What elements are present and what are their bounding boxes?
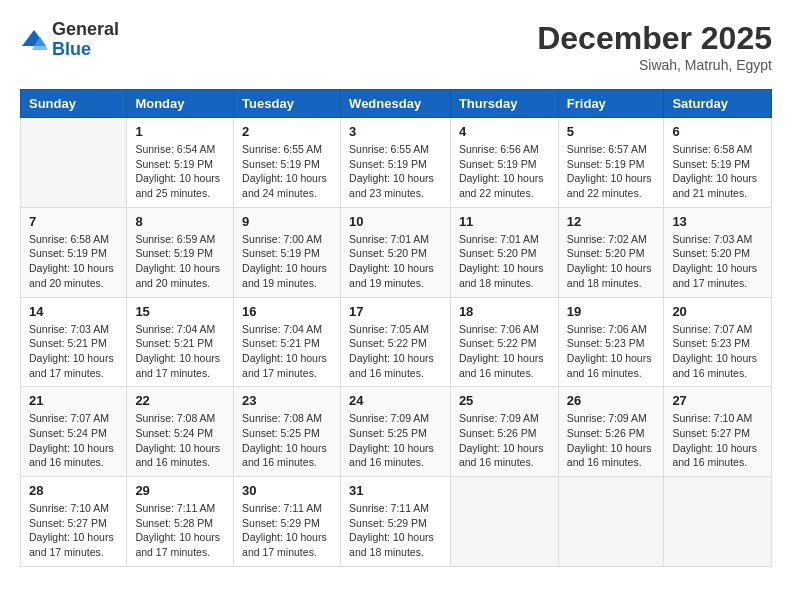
- calendar-cell: 2Sunrise: 6:55 AM Sunset: 5:19 PM Daylig…: [234, 118, 341, 208]
- calendar-cell: 26Sunrise: 7:09 AM Sunset: 5:26 PM Dayli…: [558, 387, 664, 477]
- day-info: Sunrise: 7:05 AM Sunset: 5:22 PM Dayligh…: [349, 322, 442, 381]
- day-number: 22: [135, 393, 225, 408]
- calendar-cell: 13Sunrise: 7:03 AM Sunset: 5:20 PM Dayli…: [664, 207, 772, 297]
- day-number: 7: [29, 214, 118, 229]
- day-number: 14: [29, 304, 118, 319]
- day-number: 1: [135, 124, 225, 139]
- day-number: 17: [349, 304, 442, 319]
- day-number: 25: [459, 393, 550, 408]
- day-number: 31: [349, 483, 442, 498]
- page-header: General Blue December 2025 Siwah, Matruh…: [20, 20, 772, 73]
- day-number: 28: [29, 483, 118, 498]
- weekday-header: Sunday: [21, 90, 127, 118]
- day-info: Sunrise: 7:11 AM Sunset: 5:29 PM Dayligh…: [349, 501, 442, 560]
- calendar-cell: 16Sunrise: 7:04 AM Sunset: 5:21 PM Dayli…: [234, 297, 341, 387]
- calendar-body: 1Sunrise: 6:54 AM Sunset: 5:19 PM Daylig…: [21, 118, 772, 567]
- calendar-cell: 10Sunrise: 7:01 AM Sunset: 5:20 PM Dayli…: [341, 207, 451, 297]
- logo-general-text: General: [52, 20, 119, 40]
- day-info: Sunrise: 7:09 AM Sunset: 5:26 PM Dayligh…: [459, 411, 550, 470]
- day-number: 6: [672, 124, 763, 139]
- logo: General Blue: [20, 20, 119, 60]
- calendar-week-row: 28Sunrise: 7:10 AM Sunset: 5:27 PM Dayli…: [21, 477, 772, 567]
- day-info: Sunrise: 7:06 AM Sunset: 5:23 PM Dayligh…: [567, 322, 656, 381]
- day-number: 26: [567, 393, 656, 408]
- calendar-week-row: 7Sunrise: 6:58 AM Sunset: 5:19 PM Daylig…: [21, 207, 772, 297]
- day-info: Sunrise: 7:09 AM Sunset: 5:26 PM Dayligh…: [567, 411, 656, 470]
- weekday-header: Thursday: [450, 90, 558, 118]
- day-info: Sunrise: 6:59 AM Sunset: 5:19 PM Dayligh…: [135, 232, 225, 291]
- calendar-cell: [450, 477, 558, 567]
- day-info: Sunrise: 7:08 AM Sunset: 5:25 PM Dayligh…: [242, 411, 332, 470]
- day-info: Sunrise: 7:07 AM Sunset: 5:24 PM Dayligh…: [29, 411, 118, 470]
- day-number: 16: [242, 304, 332, 319]
- day-info: Sunrise: 7:01 AM Sunset: 5:20 PM Dayligh…: [459, 232, 550, 291]
- day-number: 27: [672, 393, 763, 408]
- day-info: Sunrise: 7:10 AM Sunset: 5:27 PM Dayligh…: [29, 501, 118, 560]
- day-info: Sunrise: 6:54 AM Sunset: 5:19 PM Dayligh…: [135, 142, 225, 201]
- calendar-header: SundayMondayTuesdayWednesdayThursdayFrid…: [21, 90, 772, 118]
- day-info: Sunrise: 7:00 AM Sunset: 5:19 PM Dayligh…: [242, 232, 332, 291]
- day-number: 30: [242, 483, 332, 498]
- day-info: Sunrise: 6:55 AM Sunset: 5:19 PM Dayligh…: [349, 142, 442, 201]
- calendar-cell: 25Sunrise: 7:09 AM Sunset: 5:26 PM Dayli…: [450, 387, 558, 477]
- calendar-cell: 9Sunrise: 7:00 AM Sunset: 5:19 PM Daylig…: [234, 207, 341, 297]
- weekday-header: Saturday: [664, 90, 772, 118]
- calendar-cell: 15Sunrise: 7:04 AM Sunset: 5:21 PM Dayli…: [127, 297, 234, 387]
- calendar-cell: 27Sunrise: 7:10 AM Sunset: 5:27 PM Dayli…: [664, 387, 772, 477]
- calendar-table: SundayMondayTuesdayWednesdayThursdayFrid…: [20, 89, 772, 567]
- day-number: 19: [567, 304, 656, 319]
- day-info: Sunrise: 7:11 AM Sunset: 5:28 PM Dayligh…: [135, 501, 225, 560]
- day-number: 2: [242, 124, 332, 139]
- calendar-cell: [21, 118, 127, 208]
- day-info: Sunrise: 6:56 AM Sunset: 5:19 PM Dayligh…: [459, 142, 550, 201]
- day-info: Sunrise: 6:58 AM Sunset: 5:19 PM Dayligh…: [672, 142, 763, 201]
- day-number: 18: [459, 304, 550, 319]
- day-number: 15: [135, 304, 225, 319]
- weekday-header: Monday: [127, 90, 234, 118]
- calendar-cell: 31Sunrise: 7:11 AM Sunset: 5:29 PM Dayli…: [341, 477, 451, 567]
- day-number: 9: [242, 214, 332, 229]
- day-info: Sunrise: 6:55 AM Sunset: 5:19 PM Dayligh…: [242, 142, 332, 201]
- calendar-cell: 24Sunrise: 7:09 AM Sunset: 5:25 PM Dayli…: [341, 387, 451, 477]
- calendar-cell: 8Sunrise: 6:59 AM Sunset: 5:19 PM Daylig…: [127, 207, 234, 297]
- calendar-cell: 14Sunrise: 7:03 AM Sunset: 5:21 PM Dayli…: [21, 297, 127, 387]
- weekday-header: Wednesday: [341, 90, 451, 118]
- calendar-cell: 20Sunrise: 7:07 AM Sunset: 5:23 PM Dayli…: [664, 297, 772, 387]
- day-number: 29: [135, 483, 225, 498]
- day-number: 11: [459, 214, 550, 229]
- logo-icon: [20, 26, 48, 54]
- calendar-cell: 29Sunrise: 7:11 AM Sunset: 5:28 PM Dayli…: [127, 477, 234, 567]
- calendar-cell: 4Sunrise: 6:56 AM Sunset: 5:19 PM Daylig…: [450, 118, 558, 208]
- day-info: Sunrise: 7:02 AM Sunset: 5:20 PM Dayligh…: [567, 232, 656, 291]
- day-info: Sunrise: 7:06 AM Sunset: 5:22 PM Dayligh…: [459, 322, 550, 381]
- calendar-cell: 22Sunrise: 7:08 AM Sunset: 5:24 PM Dayli…: [127, 387, 234, 477]
- day-number: 21: [29, 393, 118, 408]
- calendar-cell: 5Sunrise: 6:57 AM Sunset: 5:19 PM Daylig…: [558, 118, 664, 208]
- calendar-cell: 18Sunrise: 7:06 AM Sunset: 5:22 PM Dayli…: [450, 297, 558, 387]
- calendar-cell: 28Sunrise: 7:10 AM Sunset: 5:27 PM Dayli…: [21, 477, 127, 567]
- day-number: 20: [672, 304, 763, 319]
- day-info: Sunrise: 7:04 AM Sunset: 5:21 PM Dayligh…: [242, 322, 332, 381]
- weekday-header: Friday: [558, 90, 664, 118]
- day-info: Sunrise: 6:57 AM Sunset: 5:19 PM Dayligh…: [567, 142, 656, 201]
- day-info: Sunrise: 7:01 AM Sunset: 5:20 PM Dayligh…: [349, 232, 442, 291]
- weekday-header: Tuesday: [234, 90, 341, 118]
- day-number: 10: [349, 214, 442, 229]
- day-info: Sunrise: 7:03 AM Sunset: 5:20 PM Dayligh…: [672, 232, 763, 291]
- calendar-cell: 19Sunrise: 7:06 AM Sunset: 5:23 PM Dayli…: [558, 297, 664, 387]
- calendar-cell: 11Sunrise: 7:01 AM Sunset: 5:20 PM Dayli…: [450, 207, 558, 297]
- day-info: Sunrise: 7:11 AM Sunset: 5:29 PM Dayligh…: [242, 501, 332, 560]
- calendar-cell: [664, 477, 772, 567]
- day-info: Sunrise: 6:58 AM Sunset: 5:19 PM Dayligh…: [29, 232, 118, 291]
- title-block: December 2025 Siwah, Matruh, Egypt: [537, 20, 772, 73]
- calendar-week-row: 14Sunrise: 7:03 AM Sunset: 5:21 PM Dayli…: [21, 297, 772, 387]
- calendar-cell: 7Sunrise: 6:58 AM Sunset: 5:19 PM Daylig…: [21, 207, 127, 297]
- day-number: 8: [135, 214, 225, 229]
- day-info: Sunrise: 7:04 AM Sunset: 5:21 PM Dayligh…: [135, 322, 225, 381]
- day-info: Sunrise: 7:07 AM Sunset: 5:23 PM Dayligh…: [672, 322, 763, 381]
- calendar-week-row: 21Sunrise: 7:07 AM Sunset: 5:24 PM Dayli…: [21, 387, 772, 477]
- calendar-cell: 17Sunrise: 7:05 AM Sunset: 5:22 PM Dayli…: [341, 297, 451, 387]
- day-number: 5: [567, 124, 656, 139]
- day-info: Sunrise: 7:10 AM Sunset: 5:27 PM Dayligh…: [672, 411, 763, 470]
- day-number: 23: [242, 393, 332, 408]
